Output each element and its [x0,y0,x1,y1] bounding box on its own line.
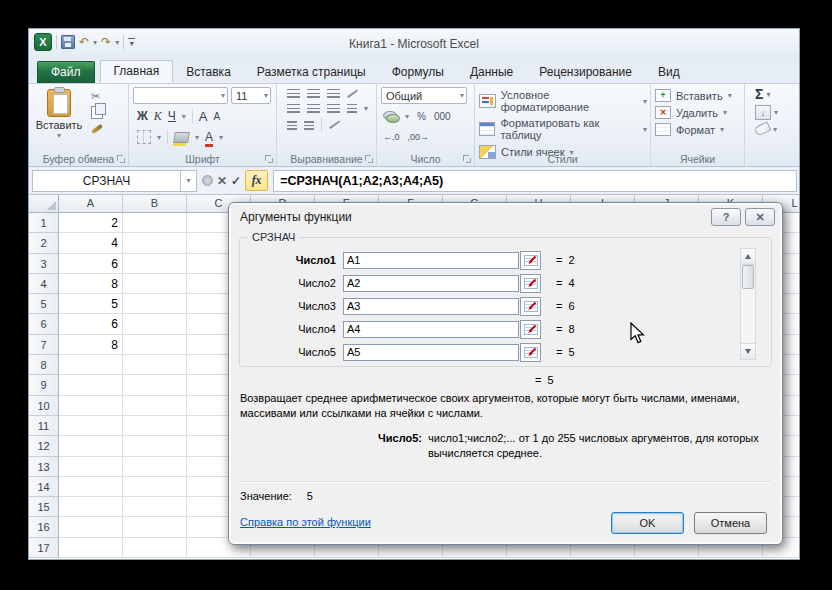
row-header-13[interactable]: 13 [29,457,59,477]
arg2-input[interactable]: A2 [343,275,519,292]
font-size-select[interactable]: 11▾ [231,87,271,104]
arg4-input[interactable]: A4 [343,321,519,338]
cell-A17[interactable] [59,538,123,558]
increase-decimal-button[interactable]: ←,0 [383,132,400,142]
number-dialog-launcher-icon[interactable] [463,155,471,163]
function-help-link[interactable]: Справка по этой функции [240,516,371,528]
grow-font-button[interactable]: А [199,109,208,124]
arg2-range-selector-button[interactable] [520,274,541,293]
enter-entry-icon[interactable]: ✓ [231,174,241,188]
row-header-1[interactable]: 1 [29,213,59,233]
align-middle-icon[interactable] [307,89,320,98]
cell-A13[interactable] [59,457,123,477]
decrease-indent-icon[interactable] [287,121,297,130]
align-right-icon[interactable] [327,104,340,113]
arg1-range-selector-button[interactable] [520,251,541,270]
cell-B11[interactable] [123,416,187,436]
tab-data[interactable]: Данные [457,62,526,83]
scroll-down-icon[interactable] [741,343,755,359]
cell-A14[interactable] [59,477,123,497]
row-header-12[interactable]: 12 [29,436,59,456]
cell-B15[interactable] [123,497,187,517]
tab-home[interactable]: Главная [100,60,174,83]
arg5-range-selector-button[interactable] [520,343,541,362]
cancel-entry-icon[interactable]: ✕ [217,174,227,188]
tab-file[interactable]: Файл [37,61,95,83]
arg5-input[interactable]: A5 [343,344,519,361]
cell-A3[interactable]: 6 [59,254,123,274]
select-all-corner[interactable] [29,195,59,213]
redo-icon[interactable]: ↷ [101,36,111,48]
cell-A5[interactable]: 5 [59,294,123,314]
tab-view[interactable]: Вид [645,62,693,83]
cell-B10[interactable] [123,396,187,416]
tab-page-layout[interactable]: Разметка страницы [244,62,379,83]
cut-icon[interactable]: ✂ [91,90,103,102]
underline-button[interactable]: Ч [168,109,176,123]
orientation-icon[interactable] [347,88,360,99]
percent-style-button[interactable]: % [417,111,426,122]
autosum-button[interactable]: Σ [755,87,763,101]
undo-dropdown-icon[interactable]: ▾ [93,38,97,47]
scroll-up-icon[interactable] [741,249,755,265]
row-header-14[interactable]: 14 [29,477,59,497]
cell-A12[interactable] [59,436,123,456]
dialog-close-button[interactable]: ✕ [745,208,775,226]
cell-A8[interactable] [59,355,123,375]
fill-color-icon[interactable] [173,132,190,143]
row-header-3[interactable]: 3 [29,254,59,274]
row-header-4[interactable]: 4 [29,274,59,294]
row-header-11[interactable]: 11 [29,416,59,436]
redo-dropdown-icon[interactable]: ▾ [115,38,119,47]
font-dialog-launcher-icon[interactable] [265,155,273,163]
merge-center-icon[interactable] [347,104,357,113]
tab-insert[interactable]: Вставка [173,62,244,83]
cell-A4[interactable]: 8 [59,274,123,294]
arguments-scrollbar[interactable] [740,248,756,360]
collapse-formula-bar-icon[interactable] [202,175,213,186]
tab-review[interactable]: Рецензирование [526,62,645,83]
tab-formulas[interactable]: Формулы [379,62,457,83]
arg1-input[interactable]: A1 [343,252,519,269]
cell-B17[interactable] [123,538,187,558]
underline-dropdown-icon[interactable]: ▾ [182,112,186,121]
name-box-dropdown-icon[interactable]: ▾ [181,170,197,192]
align-bottom-icon[interactable] [327,89,340,98]
row-header-2[interactable]: 2 [29,233,59,253]
cell-B1[interactable] [123,213,187,233]
ok-button[interactable]: OK [611,512,684,534]
cell-B16[interactable] [123,517,187,537]
cell-A2[interactable]: 4 [59,233,123,253]
cell-A10[interactable] [59,396,123,416]
delete-cells-button[interactable]: ✕ Удалить ▾ [655,106,741,119]
dialog-help-button[interactable]: ? [711,208,741,226]
font-name-select[interactable]: ▾ [133,87,228,104]
row-header-10[interactable]: 10 [29,396,59,416]
save-icon[interactable] [61,35,75,49]
bold-button[interactable]: Ж [137,109,148,123]
arg4-range-selector-button[interactable] [520,320,541,339]
row-header-6[interactable]: 6 [29,314,59,334]
row-header-7[interactable]: 7 [29,335,59,355]
cell-A11[interactable] [59,416,123,436]
cell-B2[interactable] [123,233,187,253]
accounting-format-icon[interactable] [383,111,397,121]
column-header-B[interactable]: B [123,195,187,213]
format-painter-icon[interactable] [91,124,103,134]
arg3-input[interactable]: A3 [343,298,519,315]
cell-A16[interactable] [59,517,123,537]
cell-B6[interactable] [123,314,187,334]
format-as-table-button[interactable]: Форматировать как таблицу ▾ [479,117,647,141]
cell-B14[interactable] [123,477,187,497]
cell-B12[interactable] [123,436,187,456]
italic-button[interactable]: К [154,109,162,124]
formula-input[interactable]: =СРЗНАЧ(A1;A2;A3;A4;A5) [273,170,797,192]
cell-B7[interactable] [123,335,187,355]
align-top-icon[interactable] [287,89,300,98]
cell-B3[interactable] [123,254,187,274]
conditional-formatting-button[interactable]: Условное форматирование ▾ [479,89,647,113]
borders-icon[interactable] [137,130,151,144]
cell-B5[interactable] [123,294,187,314]
comma-style-button[interactable]: 000 [434,111,451,122]
clipboard-dialog-launcher-icon[interactable] [117,155,125,163]
